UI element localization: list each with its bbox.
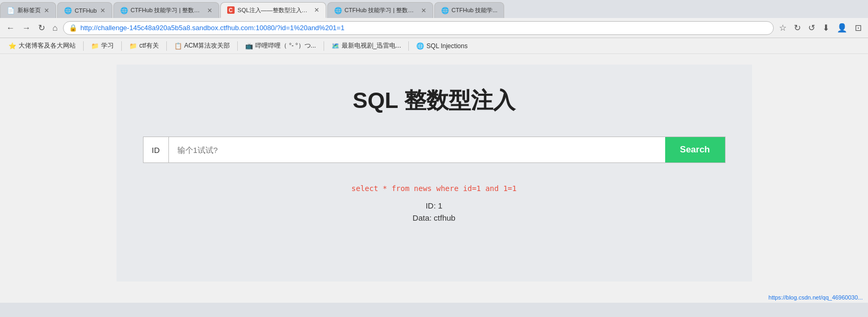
search-form: ID Search <box>143 137 726 163</box>
status-bar: https://blog.csdn.net/qq_46960030... <box>0 292 868 303</box>
search-input[interactable] <box>169 137 665 162</box>
bookmark-study[interactable]: 📁 学习 <box>87 40 118 51</box>
bookmarks-bar: ⭐ 大佬博客及各大网站 📁 学习 📁 ctf有关 📋 ACM算法攻关部 📺 哔哩… <box>0 38 868 54</box>
bookmark-separator-1 <box>83 41 84 51</box>
url-text: http://challenge-145c48a920a5b5a8.sandbo… <box>80 24 768 32</box>
bookmark-icon-study: 📁 <box>91 42 99 50</box>
tab-label-newtab: 新标签页 <box>17 6 41 14</box>
home-button[interactable]: ⌂ <box>50 21 60 35</box>
status-url: https://blog.csdn.net/qq_46960030... <box>768 294 863 301</box>
bookmark-icon-bilibili: 📺 <box>245 42 253 50</box>
tab-favicon-ctfhub4: 🌐 <box>441 7 449 14</box>
tab-label-ctfhub3: CTFHub 技能学习 | 整数型注... <box>345 6 418 14</box>
bookmark-label-acm: ACM算法攻关部 <box>184 41 230 50</box>
tab-ctfhub4[interactable]: 🌐 CTFHub 技能学... <box>434 2 505 18</box>
bookmark-icon-acm: 📋 <box>174 42 182 50</box>
bookmark-label-study: 学习 <box>101 41 114 50</box>
tab-label-ctfhub2: CTFHub 技能学习 | 整数型注... <box>131 6 204 14</box>
tab-sql-active[interactable]: C SQL注入——整数型注入、报... ✕ <box>220 2 326 18</box>
browser-window: 📄 新标签页 ✕ 🌐 CTFHub ✕ 🌐 CTFHub 技能学习 | 整数型注… <box>0 0 868 317</box>
page-content: SQL 整数型注入 ID Search select * from news w… <box>0 54 868 292</box>
bookmark-dalore[interactable]: ⭐ 大佬博客及各大网站 <box>4 40 80 51</box>
url-bar[interactable]: 🔒 http://challenge-145c48a920a5b5a8.sand… <box>63 21 774 35</box>
bookmark-ctf[interactable]: 📁 ctf有关 <box>125 40 163 51</box>
search-button[interactable]: Search <box>665 137 725 162</box>
bookmark-acm[interactable]: 📋 ACM算法攻关部 <box>170 40 235 51</box>
tab-label-ctfhub4: CTFHub 技能学... <box>452 6 498 14</box>
tab-favicon-ctfhub2: 🌐 <box>120 7 128 14</box>
tab-favicon-ctfhub3: 🌐 <box>334 7 342 14</box>
bookmark-bilibili[interactable]: 📺 哔哩哔哩（ °- °）つ... <box>241 40 320 51</box>
search-label: ID <box>144 137 169 162</box>
page-title: SQL 整数型注入 <box>353 86 515 115</box>
menu-icon[interactable]: ⊡ <box>853 21 864 35</box>
bookmark-separator-4 <box>237 41 238 51</box>
bookmark-separator-5 <box>324 41 324 51</box>
bookmark-tv[interactable]: 🗺️ 最新电视剧_迅雷电... <box>327 40 406 51</box>
forward-button[interactable]: → <box>20 21 33 35</box>
tab-ctfhub2[interactable]: 🌐 CTFHub 技能学习 | 整数型注... ✕ <box>113 2 219 18</box>
bookmark-separator-2 <box>121 41 122 51</box>
page-inner: SQL 整数型注入 ID Search select * from news w… <box>117 65 752 282</box>
bookmark-label-sql: SQL Injections <box>426 42 468 50</box>
tab-close-ctfhub[interactable]: ✕ <box>100 7 105 14</box>
tab-ctfhub3[interactable]: 🌐 CTFHub 技能学习 | 整数型注... ✕ <box>327 2 433 18</box>
bookmark-label-dalore: 大佬博客及各大网站 <box>19 41 76 50</box>
result-area: select * from news where id=1 and 1=1 ID… <box>352 184 517 222</box>
sql-query: select * from news where id=1 and 1=1 <box>352 184 517 193</box>
tabs-bar: 📄 新标签页 ✕ 🌐 CTFHub ✕ 🌐 CTFHub 技能学习 | 整数型注… <box>0 0 868 18</box>
address-bar: ← → ↻ ⌂ 🔒 http://challenge-145c48a920a5b… <box>0 18 868 38</box>
back-button[interactable]: ← <box>4 21 17 35</box>
tab-close-sql[interactable]: ✕ <box>314 6 319 14</box>
tab-close-newtab[interactable]: ✕ <box>44 7 49 14</box>
tab-favicon-sql: C <box>227 6 235 14</box>
bookmark-separator-3 <box>166 41 167 51</box>
bookmark-icon-dalore: ⭐ <box>8 42 16 50</box>
bookmark-sql-injections[interactable]: 🌐 SQL Injections <box>412 41 472 51</box>
bookmark-label-bilibili: 哔哩哔哩（ °- °）つ... <box>255 41 316 50</box>
tab-close-ctfhub3[interactable]: ✕ <box>421 7 426 14</box>
tab-favicon-newtab: 📄 <box>7 7 14 14</box>
bookmark-icon-sql: 🌐 <box>416 42 424 50</box>
reload-button[interactable]: ↻ <box>36 21 47 35</box>
tab-label-sql: SQL注入——整数型注入、报... <box>238 6 311 14</box>
tab-close-ctfhub2[interactable]: ✕ <box>207 7 212 14</box>
result-id: ID: 1 <box>352 201 517 210</box>
secure-icon: 🔒 <box>69 24 77 32</box>
refresh-icon[interactable]: ↻ <box>792 21 803 35</box>
tab-favicon-ctfhub: 🌐 <box>64 7 71 14</box>
tab-newtab[interactable]: 📄 新标签页 ✕ <box>0 2 56 18</box>
result-data: Data: ctfhub <box>352 213 517 222</box>
download-icon[interactable]: ⬇ <box>820 21 831 35</box>
bookmark-separator-6 <box>408 41 409 51</box>
tab-label-ctfhub: CTFHub <box>75 7 97 14</box>
profile-icon[interactable]: 👤 <box>835 21 849 35</box>
bookmark-icon-ctf: 📁 <box>129 42 137 50</box>
bookmark-label-tv: 最新电视剧_迅雷电... <box>342 41 401 50</box>
bookmark-label-ctf: ctf有关 <box>139 41 159 50</box>
bookmark-icon-tv: 🗺️ <box>332 42 339 50</box>
undo-icon[interactable]: ↺ <box>806 21 817 35</box>
tab-ctfhub[interactable]: 🌐 CTFHub ✕ <box>57 2 112 18</box>
star-icon[interactable]: ☆ <box>777 21 789 35</box>
